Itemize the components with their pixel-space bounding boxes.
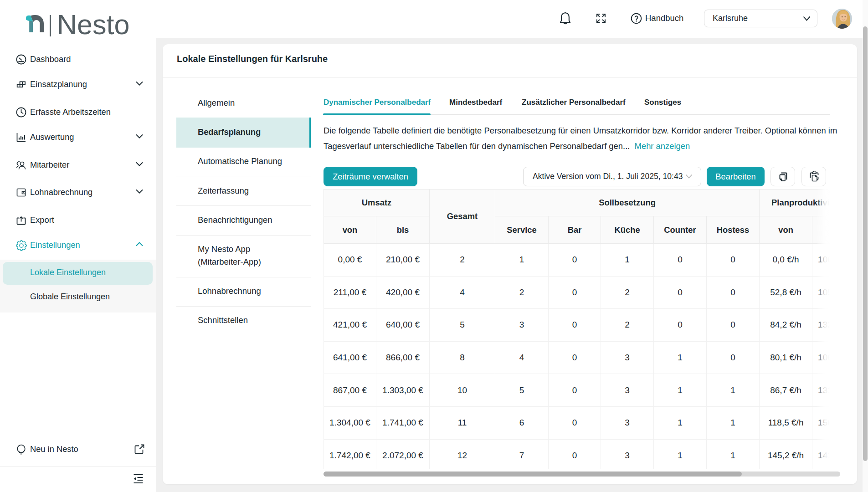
svg-text:Nesto: Nesto [57,15,129,36]
